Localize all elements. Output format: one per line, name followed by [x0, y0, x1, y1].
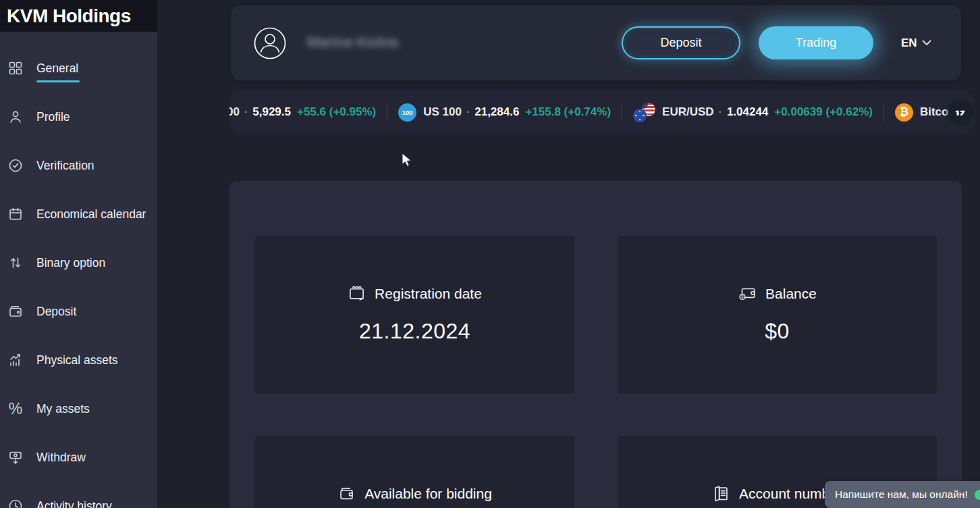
ticker-dot: ·	[244, 106, 248, 118]
ticker-price: 5,929.5	[252, 105, 291, 119]
person-icon	[6, 107, 25, 126]
ticker-item-us500[interactable]: 00 · 5,929.5 +55.6 (+0.95%)	[229, 105, 387, 119]
check-circle-icon	[6, 156, 25, 175]
bidding-wallet-icon	[337, 484, 356, 503]
grid-icon	[6, 59, 25, 78]
sidebar-item-physical-assets[interactable]: Physical assets	[0, 336, 157, 384]
available-for-bidding-card: Available for bidding	[254, 436, 575, 508]
ticker-change: +0.00639 (+0.62%)	[774, 105, 873, 119]
balance-card: $ Balance $0	[618, 236, 937, 394]
percent-icon: %	[6, 399, 25, 418]
eur-usd-flags-icon	[633, 103, 655, 122]
sidebar-item-deposit[interactable]: Deposit	[0, 287, 157, 336]
card-title: Registration date	[375, 286, 482, 302]
mouse-cursor	[401, 153, 414, 169]
ticker-price: 1.04244	[727, 105, 768, 119]
sidebar-item-label: Verification	[36, 159, 94, 173]
bitcoin-icon: ₿	[895, 103, 913, 122]
ticker-item-bitcoin[interactable]: ₿ Bitcoin 7,	[884, 100, 974, 125]
balance-value: $0	[765, 319, 790, 344]
chat-message: Напишите нам, мы онлайн!	[835, 488, 968, 501]
ticker-change: +155.8 (+0.74%)	[525, 105, 611, 119]
registration-date-card: Registration date 21.12.2024	[254, 236, 575, 394]
chevron-down-icon	[922, 40, 931, 46]
sidebar: KVM Holdings General Profile Verificatio…	[0, 0, 157, 508]
user-name: Marina Kiulna	[307, 34, 398, 50]
history-clock-icon	[6, 497, 25, 508]
sidebar-menu: General Profile Verification Economical …	[0, 32, 157, 508]
brand-logo: KVM Holdings	[7, 5, 131, 27]
deposit-button[interactable]: Deposit	[622, 26, 740, 59]
sidebar-item-label: Binary option	[36, 256, 105, 270]
eu-flag-icon	[633, 109, 647, 122]
wallet-icon	[6, 302, 25, 321]
ticker-item-us100[interactable]: 100 US 100 · 21,284.6 +155.8 (+0.74%)	[387, 103, 622, 122]
withdraw-icon	[6, 448, 25, 467]
ticker-price: 21,284.6	[474, 105, 519, 119]
sidebar-item-activity-history[interactable]: Activity history	[0, 482, 157, 508]
chat-widget-bubble[interactable]: Напишите нам, мы онлайн!	[825, 481, 980, 508]
ticker-dot: ·	[466, 106, 470, 118]
calendar-icon	[6, 205, 25, 224]
sidebar-item-label: Profile	[36, 110, 70, 124]
up-down-arrows-icon	[6, 253, 25, 272]
sidebar-item-label: Activity history	[36, 499, 112, 508]
wallet-dollar-icon: $	[738, 284, 757, 303]
logo-band: KVM Holdings	[0, 0, 157, 32]
language-code: EN	[901, 36, 917, 50]
ticker-symbol: US 100	[423, 105, 462, 119]
ticker-item-eurusd[interactable]: EUR/USD · 1.04244 +0.00639 (+0.62%)	[622, 103, 883, 122]
sidebar-item-label: Economical calendar	[36, 207, 146, 222]
sidebar-item-label: General	[36, 61, 78, 76]
us100-badge-icon: 100	[398, 103, 416, 122]
language-selector[interactable]: EN	[901, 5, 931, 80]
account-ledger-icon	[712, 484, 730, 503]
chart-growth-icon	[6, 351, 25, 370]
sidebar-item-verification[interactable]: Verification	[0, 141, 157, 190]
sidebar-item-withdraw[interactable]: Withdraw	[0, 433, 157, 482]
sidebar-item-profile[interactable]: Profile	[0, 93, 157, 141]
card-title: Balance	[765, 286, 817, 302]
ticker-dot: ·	[719, 106, 722, 118]
ticker-tape[interactable]: 00 · 5,929.5 +55.6 (+0.95%) 100 US 100 ·…	[229, 90, 974, 134]
sidebar-item-economical-calendar[interactable]: Economical calendar	[0, 190, 157, 238]
sidebar-item-my-assets[interactable]: % My assets	[0, 384, 157, 433]
main-panel: Registration date 21.12.2024 $ Balance $…	[229, 181, 962, 508]
sidebar-item-label: Physical assets	[36, 353, 118, 367]
sidebar-item-label: Withdraw	[36, 451, 86, 465]
ticker-change: +55.6 (+0.95%)	[297, 105, 376, 119]
online-status-icon	[975, 490, 980, 500]
card-title: Available for bidding	[364, 486, 492, 502]
header: Marina Kiulna Deposit Trading EN	[231, 5, 961, 80]
ticker-symbol: 00	[229, 105, 240, 119]
sidebar-item-label: My assets	[36, 402, 90, 416]
sidebar-item-general[interactable]: General	[0, 44, 157, 93]
trading-button[interactable]: Trading	[759, 26, 873, 59]
sidebar-item-binary-option[interactable]: Binary option	[0, 238, 157, 287]
avatar-icon[interactable]	[253, 26, 287, 60]
ticker-symbol: EUR/USD	[662, 105, 714, 119]
calendar-icon	[348, 284, 366, 303]
registration-date-value: 21.12.2024	[359, 319, 470, 344]
sidebar-item-label: Deposit	[36, 305, 76, 319]
tradingview-logo-icon[interactable]	[948, 100, 973, 125]
